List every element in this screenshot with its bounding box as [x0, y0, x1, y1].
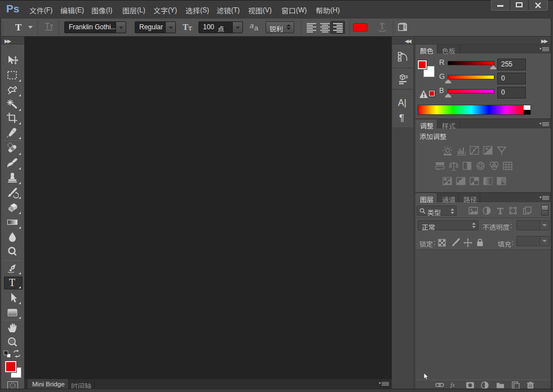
svg-text:fx: fx: [450, 381, 455, 388]
